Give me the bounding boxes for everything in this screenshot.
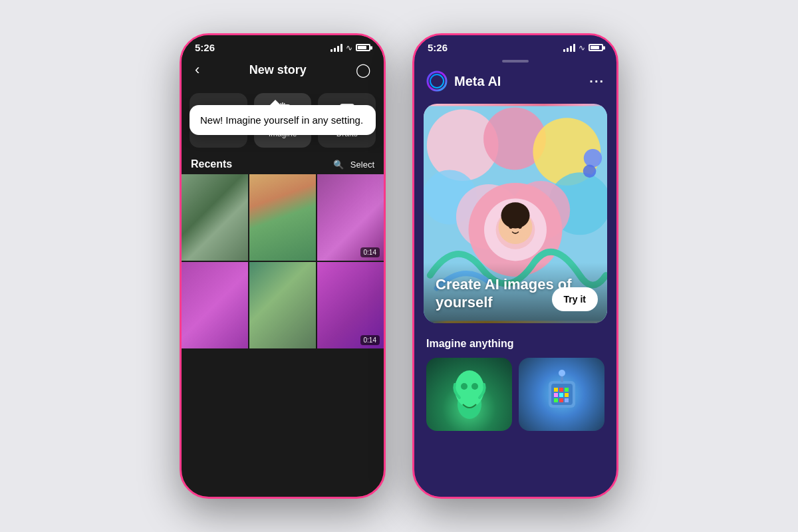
svg-point-25 xyxy=(518,224,522,229)
ai-card-title: Create AI images of yourself xyxy=(436,276,572,310)
status-icons-left: ∿ xyxy=(331,43,370,53)
svg-rect-36 xyxy=(565,388,569,392)
meta-ai-identity: Meta AI xyxy=(426,70,501,92)
wifi-icon-right: ∿ xyxy=(579,43,585,53)
duration-6: 0:14 xyxy=(360,335,380,345)
photo-cell-2[interactable] xyxy=(249,174,316,261)
photo-cell-3[interactable]: 0:14 xyxy=(317,174,384,261)
meta-ai-title: Meta AI xyxy=(454,74,501,89)
recents-bar: Recents 🔍 Select xyxy=(182,153,384,174)
bottom-bar-right xyxy=(414,486,616,497)
svg-point-9 xyxy=(430,74,444,88)
photo-cell-5[interactable] xyxy=(249,262,316,348)
status-icons-right: ∿ xyxy=(563,43,603,53)
status-time-right: 5:26 xyxy=(428,42,448,53)
svg-rect-42 xyxy=(565,398,569,402)
svg-rect-37 xyxy=(554,393,558,397)
back-button[interactable]: ‹ xyxy=(195,61,200,78)
svg-point-22 xyxy=(505,229,525,242)
ai-image-card[interactable]: Create AI images of yourself Try it xyxy=(424,104,607,323)
photo-cell-1[interactable] xyxy=(182,174,248,261)
signal-bars-right xyxy=(563,44,575,52)
imagine-card-1[interactable] xyxy=(426,358,512,431)
page-title: New story xyxy=(249,63,307,77)
imagine-cards-row xyxy=(426,358,604,431)
meta-ai-header: Meta AI ··· xyxy=(414,63,616,98)
svg-point-23 xyxy=(501,202,529,228)
duration-3: 0:14 xyxy=(360,247,380,257)
imagine-section: Imagine anything xyxy=(414,329,616,436)
status-bar-right: 5:26 ∿ xyxy=(414,35,616,56)
imagine-card-1-content xyxy=(426,358,512,431)
svg-point-29 xyxy=(455,370,484,408)
svg-point-24 xyxy=(509,224,513,229)
right-phone: 5:26 ∿ xyxy=(412,33,618,499)
search-icon[interactable]: 🔍 xyxy=(333,160,344,170)
svg-point-26 xyxy=(584,149,602,167)
photo-grid: 0:14 0:14 xyxy=(182,174,384,348)
nav-bar-left: ‹ New story ◯ xyxy=(182,56,384,86)
status-bar-left: 5:26 ∿ xyxy=(182,35,384,56)
wifi-icon-left: ∿ xyxy=(346,43,352,53)
tooltip: New! Imagine yourself in any setting. xyxy=(190,105,376,135)
meta-ai-logo-icon xyxy=(426,70,448,92)
status-time-left: 5:26 xyxy=(195,42,215,53)
svg-rect-41 xyxy=(559,398,563,402)
signal-bars-left xyxy=(331,44,342,52)
imagine-section-title: Imagine anything xyxy=(426,338,604,350)
select-button[interactable]: Select xyxy=(350,160,374,170)
imagine-card-2-content xyxy=(519,358,604,431)
svg-rect-35 xyxy=(559,388,563,392)
settings-icon[interactable]: ◯ xyxy=(356,62,370,78)
svg-rect-38 xyxy=(559,393,563,397)
svg-point-30 xyxy=(461,383,467,390)
recents-label: Recents xyxy=(191,158,232,170)
svg-rect-39 xyxy=(565,393,569,397)
imagine-card-2[interactable] xyxy=(519,358,604,431)
svg-point-44 xyxy=(559,370,565,376)
try-it-button[interactable]: Try it xyxy=(552,287,598,311)
battery-icon-right xyxy=(589,44,603,51)
left-phone: 5:26 ∿ ‹ New story ◯ 📷 Camera xyxy=(180,33,386,499)
svg-rect-40 xyxy=(554,398,558,402)
tooltip-text: New! Imagine yourself in any setting. xyxy=(200,114,363,126)
recents-actions: 🔍 Select xyxy=(333,160,374,170)
svg-point-27 xyxy=(583,165,597,178)
photo-cell-6[interactable]: 0:14 xyxy=(317,262,384,348)
battery-icon-left xyxy=(356,44,370,51)
more-options-icon[interactable]: ··· xyxy=(589,74,604,89)
svg-rect-34 xyxy=(554,388,558,392)
photo-cell-4[interactable] xyxy=(182,262,248,348)
svg-point-31 xyxy=(471,383,478,390)
